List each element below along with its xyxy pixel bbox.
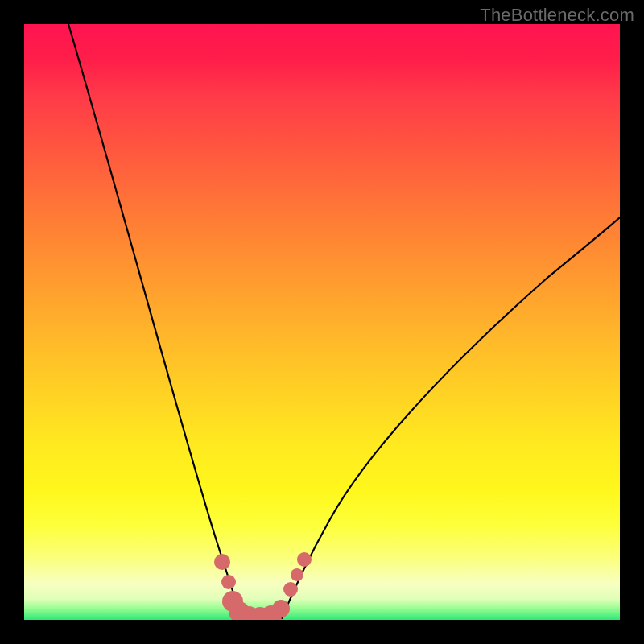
marker: [291, 568, 303, 581]
curve-right: [282, 217, 620, 618]
marker: [297, 552, 312, 567]
marker: [283, 582, 298, 597]
marker: [214, 554, 230, 570]
chart-frame: TheBottleneck.com: [0, 0, 644, 644]
watermark-text: TheBottleneck.com: [480, 5, 634, 26]
curve-left: [68, 24, 242, 618]
chart-svg: [24, 24, 620, 620]
marker-group: [214, 552, 312, 620]
marker: [272, 600, 290, 617]
marker: [221, 575, 236, 589]
plot-area: [24, 24, 620, 620]
